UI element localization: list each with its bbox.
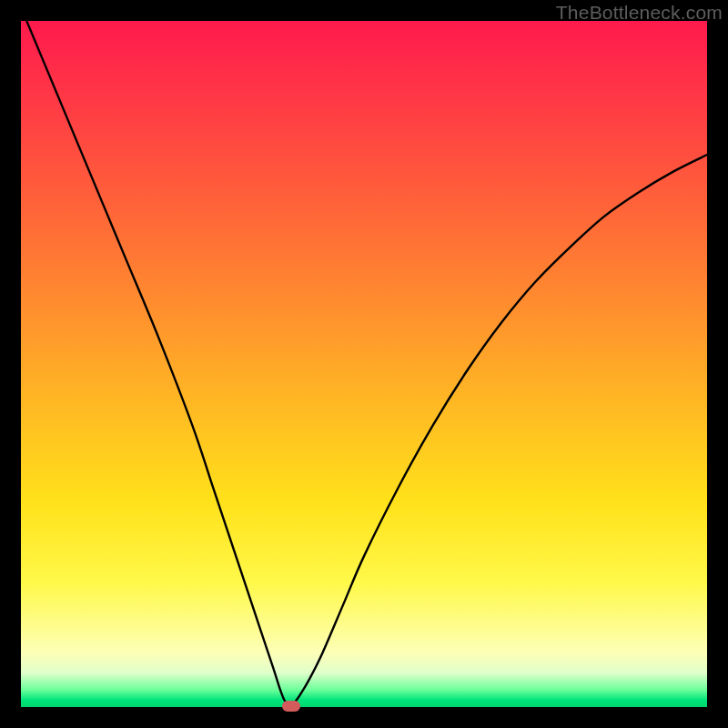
bottleneck-curve-path <box>21 21 707 706</box>
chart-curve-svg <box>21 21 707 707</box>
optimal-point-marker <box>282 701 300 712</box>
chart-frame <box>21 21 707 707</box>
